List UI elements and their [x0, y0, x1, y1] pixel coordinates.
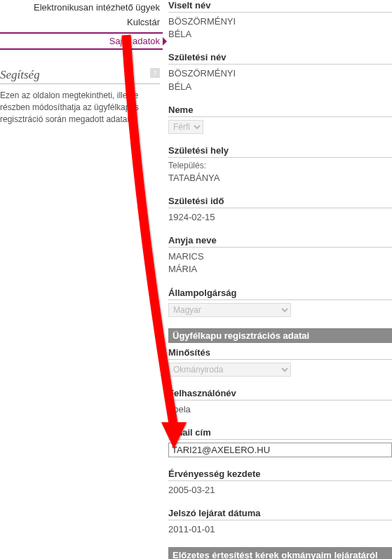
label-anyja-neve: Anyja neve: [168, 235, 392, 248]
field-ervenyesseg: Érvényesség kezdete 2005-03-21: [168, 469, 392, 497]
label-szuletesi-hely: Születési hely: [168, 145, 392, 158]
label-email: Email cím: [168, 427, 392, 440]
field-felhasznalonev: Felhasználónév bbela: [168, 388, 392, 416]
label-ervenyesseg: Érvényesség kezdete: [168, 469, 392, 481]
value-felhasznalonev: bbela: [168, 403, 392, 416]
value-szuletesi-hely: TATABÁNYA: [168, 172, 392, 184]
nav-item-sajat-adatok[interactable]: Saját adatok: [0, 32, 163, 50]
section-reg-adatok: Ügyfélkapu regisztrációs adatai: [168, 328, 392, 343]
value-szuletesi-nev-2: BÉLA: [168, 81, 392, 93]
sub-telepules: Település:: [168, 161, 392, 170]
label-felhasznalonev: Felhasználónév: [168, 388, 392, 400]
help-text: Ezen az oldalon megtekintheti, illetve r…: [0, 90, 160, 125]
section-ertesites: Előzetes értesítést kérek okmányaim lejá…: [168, 547, 392, 559]
nav-item-elektronikus[interactable]: Elektronikusan intézhető ügyek: [0, 0, 163, 15]
value-anyja-neve-1: MARICS: [168, 250, 392, 263]
value-ervenyesseg: 2005-03-21: [168, 484, 392, 497]
nav-list: Elektronikusan intézhető ügyek Kulcstár …: [0, 0, 163, 50]
select-allampolgarsag[interactable]: Magyar: [168, 303, 291, 317]
label-minosites: Minősítés: [168, 347, 392, 360]
help-icon: ?: [150, 68, 160, 78]
label-viselt-nev: Viselt név: [168, 0, 392, 13]
sidebar: Elektronikusan intézhető ügyek Kulcstár …: [0, 0, 163, 559]
select-neme[interactable]: Férfi: [168, 120, 203, 134]
field-neme: Neme Férfi: [168, 105, 392, 134]
label-szuletesi-nev: Születési név: [168, 52, 392, 65]
field-jelszo-lejarat: Jelszó lejárat dátuma 2011-01-01: [168, 508, 392, 536]
label-jelszo-lejarat: Jelszó lejárat dátuma: [168, 508, 392, 520]
content: Viselt név BÖSZÖRMÉNYI BÉLA Születési né…: [163, 0, 392, 559]
field-viselt-nev: Viselt név BÖSZÖRMÉNYI BÉLA: [168, 0, 392, 41]
help-title: Segítség ?: [0, 68, 160, 84]
field-anyja-neve: Anyja neve MARICS MÁRIA: [168, 235, 392, 276]
field-szuletesi-nev: Születési név BÖSZÖRMÉNYI BÉLA: [168, 52, 392, 93]
value-jelszo-lejarat: 2011-01-01: [168, 523, 392, 536]
help-box: Segítség ? Ezen az oldalon megtekintheti…: [0, 68, 163, 125]
value-szuletesi-ido: 1924-02-15: [168, 211, 392, 224]
field-allampolgarsag: Állampolgárság Magyar: [168, 288, 392, 317]
field-szuletesi-hely: Születési hely Település: TATABÁNYA: [168, 145, 392, 184]
nav-item-kulcstar[interactable]: Kulcstár: [0, 15, 163, 29]
label-szuletesi-ido: Születési idő: [168, 196, 392, 208]
select-minosites[interactable]: Okmányiroda: [168, 363, 291, 377]
field-szuletesi-ido: Születési idő 1924-02-15: [168, 196, 392, 224]
field-minosites: Minősítés Okmányiroda: [168, 347, 392, 377]
input-email[interactable]: [168, 443, 392, 457]
label-allampolgarsag: Állampolgárság: [168, 288, 392, 300]
value-viselt-nev-2: BÉLA: [168, 28, 392, 41]
label-neme: Neme: [168, 105, 392, 117]
value-viselt-nev-1: BÖSZÖRMÉNYI: [168, 15, 392, 28]
value-anyja-neve-2: MÁRIA: [168, 263, 392, 276]
value-szuletesi-nev-1: BÖSZÖRMÉNYI: [168, 67, 392, 80]
field-email: Email cím: [168, 427, 392, 457]
